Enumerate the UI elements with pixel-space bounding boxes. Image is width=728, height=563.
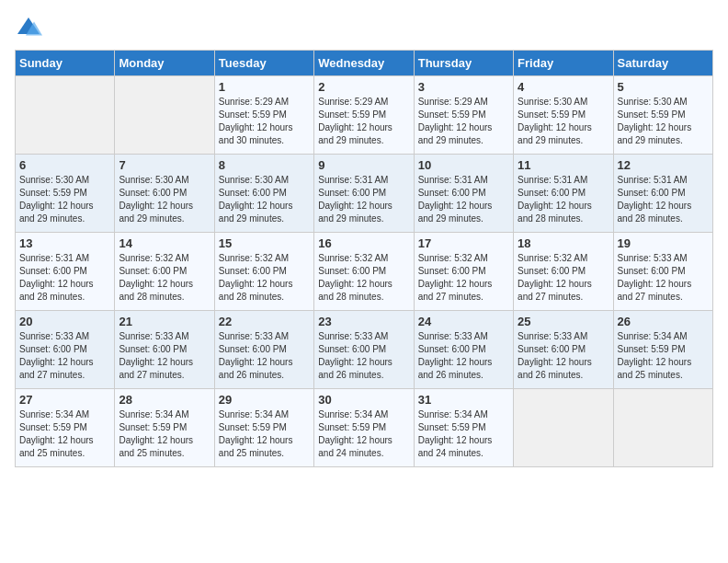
day-info: Sunrise: 5:33 AMSunset: 6:00 PMDaylight:… — [219, 330, 310, 382]
day-info: Sunrise: 5:33 AMSunset: 6:00 PMDaylight:… — [318, 330, 409, 382]
day-info: Sunrise: 5:30 AMSunset: 5:59 PMDaylight:… — [19, 174, 110, 225]
day-number: 27 — [19, 393, 110, 407]
calendar-cell: 1Sunrise: 5:29 AMSunset: 5:59 PMDaylight… — [214, 76, 313, 155]
day-number: 8 — [219, 158, 310, 172]
day-number: 23 — [318, 315, 409, 328]
logo-icon — [15, 15, 42, 42]
calendar-cell: 22Sunrise: 5:33 AMSunset: 6:00 PMDayligh… — [214, 311, 313, 389]
calendar-table: SundayMondayTuesdayWednesdayThursdayFrid… — [15, 50, 713, 467]
calendar-cell: 15Sunrise: 5:32 AMSunset: 6:00 PMDayligh… — [214, 233, 313, 311]
calendar-cell: 28Sunrise: 5:34 AMSunset: 5:59 PMDayligh… — [115, 389, 214, 467]
day-number: 7 — [119, 158, 210, 172]
day-number: 1 — [219, 80, 310, 94]
day-info: Sunrise: 5:34 AMSunset: 5:59 PMDaylight:… — [19, 408, 110, 460]
calendar-cell: 4Sunrise: 5:30 AMSunset: 5:59 PMDaylight… — [514, 76, 613, 155]
day-number: 26 — [618, 315, 709, 328]
day-info: Sunrise: 5:29 AMSunset: 5:59 PMDaylight:… — [219, 96, 310, 147]
weekday-header-saturday: Saturday — [613, 51, 712, 76]
day-number: 22 — [219, 315, 310, 328]
day-number: 19 — [618, 236, 709, 250]
day-info: Sunrise: 5:32 AMSunset: 6:00 PMDaylight:… — [418, 252, 509, 304]
day-info: Sunrise: 5:33 AMSunset: 6:00 PMDaylight:… — [119, 330, 210, 382]
day-info: Sunrise: 5:34 AMSunset: 5:59 PMDaylight:… — [318, 408, 409, 460]
day-number: 5 — [618, 80, 709, 94]
day-info: Sunrise: 5:30 AMSunset: 6:00 PMDaylight:… — [219, 174, 310, 225]
calendar-cell: 6Sunrise: 5:30 AMSunset: 5:59 PMDaylight… — [16, 155, 115, 233]
day-info: Sunrise: 5:33 AMSunset: 6:00 PMDaylight:… — [418, 330, 509, 382]
day-info: Sunrise: 5:33 AMSunset: 6:00 PMDaylight:… — [19, 330, 110, 382]
calendar-cell: 31Sunrise: 5:34 AMSunset: 5:59 PMDayligh… — [414, 389, 513, 467]
day-info: Sunrise: 5:30 AMSunset: 6:00 PMDaylight:… — [119, 174, 210, 225]
day-info: Sunrise: 5:29 AMSunset: 5:59 PMDaylight:… — [418, 96, 509, 147]
weekday-header-sunday: Sunday — [16, 51, 115, 76]
calendar-cell: 24Sunrise: 5:33 AMSunset: 6:00 PMDayligh… — [414, 311, 513, 389]
day-info: Sunrise: 5:34 AMSunset: 5:59 PMDaylight:… — [119, 408, 210, 460]
day-info: Sunrise: 5:31 AMSunset: 6:00 PMDaylight:… — [618, 174, 709, 225]
calendar-cell: 18Sunrise: 5:32 AMSunset: 6:00 PMDayligh… — [514, 233, 613, 311]
day-number: 9 — [318, 158, 409, 172]
day-number: 20 — [19, 315, 110, 328]
day-info: Sunrise: 5:33 AMSunset: 6:00 PMDaylight:… — [618, 252, 709, 304]
day-info: Sunrise: 5:32 AMSunset: 6:00 PMDaylight:… — [119, 252, 210, 304]
day-info: Sunrise: 5:33 AMSunset: 6:00 PMDaylight:… — [518, 330, 609, 382]
calendar-cell: 12Sunrise: 5:31 AMSunset: 6:00 PMDayligh… — [613, 155, 712, 233]
week-row-4: 20Sunrise: 5:33 AMSunset: 6:00 PMDayligh… — [16, 311, 713, 389]
day-number: 25 — [518, 315, 609, 328]
day-number: 31 — [418, 393, 509, 407]
calendar-cell: 19Sunrise: 5:33 AMSunset: 6:00 PMDayligh… — [613, 233, 712, 311]
calendar-cell: 17Sunrise: 5:32 AMSunset: 6:00 PMDayligh… — [414, 233, 513, 311]
calendar-cell: 23Sunrise: 5:33 AMSunset: 6:00 PMDayligh… — [314, 311, 414, 389]
calendar-cell: 20Sunrise: 5:33 AMSunset: 6:00 PMDayligh… — [16, 311, 115, 389]
weekday-header-wednesday: Wednesday — [314, 51, 414, 76]
day-number: 17 — [418, 236, 509, 250]
day-info: Sunrise: 5:30 AMSunset: 5:59 PMDaylight:… — [518, 96, 609, 147]
day-info: Sunrise: 5:32 AMSunset: 6:00 PMDaylight:… — [518, 252, 609, 304]
calendar-cell: 10Sunrise: 5:31 AMSunset: 6:00 PMDayligh… — [414, 155, 513, 233]
calendar-cell: 14Sunrise: 5:32 AMSunset: 6:00 PMDayligh… — [115, 233, 214, 311]
day-info: Sunrise: 5:29 AMSunset: 5:59 PMDaylight:… — [318, 96, 409, 147]
calendar-cell: 13Sunrise: 5:31 AMSunset: 6:00 PMDayligh… — [16, 233, 115, 311]
calendar-cell — [613, 389, 712, 467]
day-info: Sunrise: 5:31 AMSunset: 6:00 PMDaylight:… — [19, 252, 110, 304]
day-info: Sunrise: 5:34 AMSunset: 5:59 PMDaylight:… — [219, 408, 310, 460]
calendar-cell: 26Sunrise: 5:34 AMSunset: 5:59 PMDayligh… — [613, 311, 712, 389]
day-info: Sunrise: 5:30 AMSunset: 5:59 PMDaylight:… — [618, 96, 709, 147]
calendar-cell: 7Sunrise: 5:30 AMSunset: 6:00 PMDaylight… — [115, 155, 214, 233]
day-info: Sunrise: 5:34 AMSunset: 5:59 PMDaylight:… — [618, 330, 709, 382]
day-info: Sunrise: 5:34 AMSunset: 5:59 PMDaylight:… — [418, 408, 509, 460]
day-info: Sunrise: 5:32 AMSunset: 6:00 PMDaylight:… — [318, 252, 409, 304]
week-row-2: 6Sunrise: 5:30 AMSunset: 5:59 PMDaylight… — [16, 155, 713, 233]
week-row-5: 27Sunrise: 5:34 AMSunset: 5:59 PMDayligh… — [16, 389, 713, 467]
calendar-cell — [115, 76, 214, 155]
day-number: 21 — [119, 315, 210, 328]
day-number: 15 — [219, 236, 310, 250]
day-number: 14 — [119, 236, 210, 250]
calendar-cell: 8Sunrise: 5:30 AMSunset: 6:00 PMDaylight… — [214, 155, 313, 233]
calendar-cell: 21Sunrise: 5:33 AMSunset: 6:00 PMDayligh… — [115, 311, 214, 389]
calendar-cell: 5Sunrise: 5:30 AMSunset: 5:59 PMDaylight… — [613, 76, 712, 155]
day-number: 28 — [119, 393, 210, 407]
calendar-cell: 3Sunrise: 5:29 AMSunset: 5:59 PMDaylight… — [414, 76, 513, 155]
day-number: 24 — [418, 315, 509, 328]
calendar-cell: 29Sunrise: 5:34 AMSunset: 5:59 PMDayligh… — [214, 389, 313, 467]
day-number: 12 — [618, 158, 709, 172]
day-info: Sunrise: 5:32 AMSunset: 6:00 PMDaylight:… — [219, 252, 310, 304]
day-number: 6 — [19, 158, 110, 172]
day-info: Sunrise: 5:31 AMSunset: 6:00 PMDaylight:… — [518, 174, 609, 225]
week-row-3: 13Sunrise: 5:31 AMSunset: 6:00 PMDayligh… — [16, 233, 713, 311]
calendar-cell: 25Sunrise: 5:33 AMSunset: 6:00 PMDayligh… — [514, 311, 613, 389]
weekday-header-friday: Friday — [514, 51, 613, 76]
day-info: Sunrise: 5:31 AMSunset: 6:00 PMDaylight:… — [418, 174, 509, 225]
calendar-cell: 30Sunrise: 5:34 AMSunset: 5:59 PMDayligh… — [314, 389, 414, 467]
weekday-header-thursday: Thursday — [414, 51, 513, 76]
day-number: 18 — [518, 236, 609, 250]
week-row-1: 1Sunrise: 5:29 AMSunset: 5:59 PMDaylight… — [16, 76, 713, 155]
day-number: 4 — [518, 80, 609, 94]
calendar-cell: 16Sunrise: 5:32 AMSunset: 6:00 PMDayligh… — [314, 233, 414, 311]
day-number: 29 — [219, 393, 310, 407]
day-number: 3 — [418, 80, 509, 94]
calendar-cell: 2Sunrise: 5:29 AMSunset: 5:59 PMDaylight… — [314, 76, 414, 155]
calendar-cell: 9Sunrise: 5:31 AMSunset: 6:00 PMDaylight… — [314, 155, 414, 233]
day-number: 2 — [318, 80, 409, 94]
day-number: 11 — [518, 158, 609, 172]
